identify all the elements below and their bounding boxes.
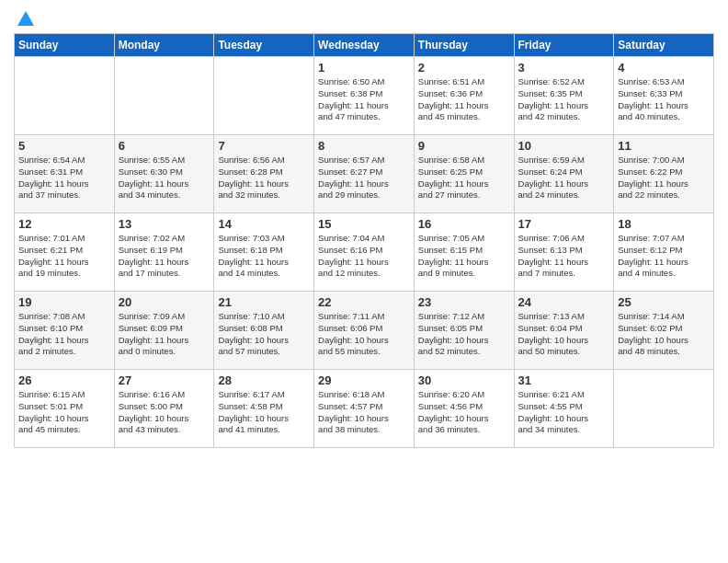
calendar-cell: 7Sunrise: 6:56 AM Sunset: 6:28 PM Daylig…: [214, 135, 314, 213]
day-detail: Sunrise: 7:12 AM Sunset: 6:05 PM Dayligh…: [418, 311, 510, 358]
day-detail: Sunrise: 7:10 AM Sunset: 6:08 PM Dayligh…: [218, 311, 310, 358]
calendar-cell: 20Sunrise: 7:09 AM Sunset: 6:09 PM Dayli…: [114, 292, 214, 370]
day-number: 22: [318, 295, 410, 309]
day-number: 30: [418, 373, 510, 387]
day-detail: Sunrise: 6:57 AM Sunset: 6:27 PM Dayligh…: [318, 155, 410, 201]
calendar-cell: 26Sunrise: 6:15 AM Sunset: 5:01 PM Dayli…: [15, 370, 115, 448]
calendar-cell: [214, 57, 314, 135]
day-detail: Sunrise: 7:13 AM Sunset: 6:04 PM Dayligh…: [518, 311, 610, 358]
day-detail: Sunrise: 7:00 AM Sunset: 6:22 PM Dayligh…: [618, 155, 710, 201]
calendar-cell: 19Sunrise: 7:08 AM Sunset: 6:10 PM Dayli…: [15, 292, 115, 370]
calendar-cell: 24Sunrise: 7:13 AM Sunset: 6:04 PM Dayli…: [514, 292, 614, 370]
calendar-cell: 31Sunrise: 6:21 AM Sunset: 4:55 PM Dayli…: [514, 370, 614, 448]
day-detail: Sunrise: 6:54 AM Sunset: 6:31 PM Dayligh…: [18, 155, 110, 201]
header-sunday: Sunday: [15, 34, 115, 57]
day-detail: Sunrise: 6:51 AM Sunset: 6:36 PM Dayligh…: [418, 76, 510, 123]
calendar-cell: [15, 57, 115, 135]
calendar-cell: 28Sunrise: 6:17 AM Sunset: 4:58 PM Dayli…: [214, 370, 314, 448]
day-number: 5: [18, 139, 110, 153]
day-number: 1: [318, 61, 410, 75]
day-detail: Sunrise: 6:52 AM Sunset: 6:35 PM Dayligh…: [518, 76, 610, 123]
day-number: 10: [518, 139, 610, 153]
day-number: 4: [618, 61, 710, 75]
day-number: 3: [518, 61, 610, 75]
day-number: 27: [119, 373, 210, 387]
day-detail: Sunrise: 7:03 AM Sunset: 6:18 PM Dayligh…: [218, 233, 310, 280]
day-detail: Sunrise: 7:09 AM Sunset: 6:09 PM Dayligh…: [119, 311, 210, 358]
week-row-1: 1Sunrise: 6:50 AM Sunset: 6:38 PM Daylig…: [15, 57, 714, 135]
calendar-cell: 12Sunrise: 7:01 AM Sunset: 6:21 PM Dayli…: [15, 213, 115, 292]
page-container: SundayMondayTuesdayWednesdayThursdayFrid…: [0, 0, 728, 457]
header-wednesday: Wednesday: [314, 34, 415, 57]
day-detail: Sunrise: 6:18 AM Sunset: 4:57 PM Dayligh…: [318, 389, 410, 436]
day-detail: Sunrise: 7:04 AM Sunset: 6:16 PM Dayligh…: [318, 233, 410, 280]
day-detail: Sunrise: 6:17 AM Sunset: 4:58 PM Dayligh…: [218, 389, 310, 436]
calendar-cell: [114, 57, 214, 135]
calendar-cell: 4Sunrise: 6:53 AM Sunset: 6:33 PM Daylig…: [614, 57, 714, 135]
calendar-header-row: SundayMondayTuesdayWednesdayThursdayFrid…: [15, 34, 714, 57]
calendar-cell: 8Sunrise: 6:57 AM Sunset: 6:27 PM Daylig…: [314, 135, 415, 213]
calendar-cell: 30Sunrise: 6:20 AM Sunset: 4:56 PM Dayli…: [414, 370, 514, 448]
header-tuesday: Tuesday: [214, 34, 314, 57]
day-detail: Sunrise: 6:20 AM Sunset: 4:56 PM Dayligh…: [418, 389, 510, 436]
calendar-cell: 9Sunrise: 6:58 AM Sunset: 6:25 PM Daylig…: [414, 135, 514, 213]
day-number: 29: [318, 373, 410, 387]
day-detail: Sunrise: 6:53 AM Sunset: 6:33 PM Dayligh…: [618, 76, 710, 123]
day-number: 31: [518, 373, 610, 387]
calendar-cell: 2Sunrise: 6:51 AM Sunset: 6:36 PM Daylig…: [414, 57, 514, 135]
day-detail: Sunrise: 6:15 AM Sunset: 5:01 PM Dayligh…: [18, 389, 110, 436]
calendar-cell: 6Sunrise: 6:55 AM Sunset: 6:30 PM Daylig…: [114, 135, 214, 213]
calendar-cell: 21Sunrise: 7:10 AM Sunset: 6:08 PM Dayli…: [214, 292, 314, 370]
day-number: 28: [218, 373, 310, 387]
day-number: 18: [618, 217, 710, 231]
day-number: 19: [18, 295, 110, 309]
day-detail: Sunrise: 6:16 AM Sunset: 5:00 PM Dayligh…: [119, 389, 210, 436]
day-number: 12: [18, 217, 110, 231]
calendar-cell: 13Sunrise: 7:02 AM Sunset: 6:19 PM Dayli…: [114, 213, 214, 292]
header-saturday: Saturday: [614, 34, 714, 57]
day-number: 6: [119, 139, 210, 153]
day-detail: Sunrise: 7:11 AM Sunset: 6:06 PM Dayligh…: [318, 311, 410, 358]
day-number: 8: [318, 139, 410, 153]
day-number: 2: [418, 61, 510, 75]
day-detail: Sunrise: 7:05 AM Sunset: 6:15 PM Dayligh…: [418, 233, 510, 280]
header-monday: Monday: [114, 34, 214, 57]
week-row-4: 19Sunrise: 7:08 AM Sunset: 6:10 PM Dayli…: [15, 292, 714, 370]
day-number: 9: [418, 139, 510, 153]
day-number: 24: [518, 295, 610, 309]
day-detail: Sunrise: 7:06 AM Sunset: 6:13 PM Dayligh…: [518, 233, 610, 280]
logo: [14, 9, 36, 26]
calendar-cell: [614, 370, 714, 448]
day-detail: Sunrise: 7:02 AM Sunset: 6:19 PM Dayligh…: [119, 233, 210, 280]
week-row-3: 12Sunrise: 7:01 AM Sunset: 6:21 PM Dayli…: [15, 213, 714, 292]
day-detail: Sunrise: 6:56 AM Sunset: 6:28 PM Dayligh…: [218, 155, 310, 201]
day-detail: Sunrise: 7:07 AM Sunset: 6:12 PM Dayligh…: [618, 233, 710, 280]
calendar-cell: 14Sunrise: 7:03 AM Sunset: 6:18 PM Dayli…: [214, 213, 314, 292]
calendar-cell: 5Sunrise: 6:54 AM Sunset: 6:31 PM Daylig…: [15, 135, 115, 213]
calendar-cell: 16Sunrise: 7:05 AM Sunset: 6:15 PM Dayli…: [414, 213, 514, 292]
day-detail: Sunrise: 6:55 AM Sunset: 6:30 PM Dayligh…: [119, 155, 210, 201]
day-number: 25: [618, 295, 710, 309]
day-detail: Sunrise: 7:01 AM Sunset: 6:21 PM Dayligh…: [18, 233, 110, 280]
header-thursday: Thursday: [414, 34, 514, 57]
day-number: 23: [418, 295, 510, 309]
week-row-2: 5Sunrise: 6:54 AM Sunset: 6:31 PM Daylig…: [15, 135, 714, 213]
header: [14, 9, 714, 26]
header-friday: Friday: [514, 34, 614, 57]
calendar-cell: 25Sunrise: 7:14 AM Sunset: 6:02 PM Dayli…: [614, 292, 714, 370]
calendar-cell: 3Sunrise: 6:52 AM Sunset: 6:35 PM Daylig…: [514, 57, 614, 135]
calendar-cell: 18Sunrise: 7:07 AM Sunset: 6:12 PM Dayli…: [614, 213, 714, 292]
day-detail: Sunrise: 6:21 AM Sunset: 4:55 PM Dayligh…: [518, 389, 610, 436]
calendar-cell: 22Sunrise: 7:11 AM Sunset: 6:06 PM Dayli…: [314, 292, 415, 370]
calendar-table: SundayMondayTuesdayWednesdayThursdayFrid…: [14, 33, 714, 448]
calendar-cell: 17Sunrise: 7:06 AM Sunset: 6:13 PM Dayli…: [514, 213, 614, 292]
day-number: 7: [218, 139, 310, 153]
week-row-5: 26Sunrise: 6:15 AM Sunset: 5:01 PM Dayli…: [15, 370, 714, 448]
calendar-cell: 29Sunrise: 6:18 AM Sunset: 4:57 PM Dayli…: [314, 370, 415, 448]
calendar-cell: 11Sunrise: 7:00 AM Sunset: 6:22 PM Dayli…: [614, 135, 714, 213]
day-detail: Sunrise: 7:08 AM Sunset: 6:10 PM Dayligh…: [18, 311, 110, 358]
day-number: 14: [218, 217, 310, 231]
day-number: 26: [18, 373, 110, 387]
calendar-cell: 27Sunrise: 6:16 AM Sunset: 5:00 PM Dayli…: [114, 370, 214, 448]
day-number: 17: [518, 217, 610, 231]
